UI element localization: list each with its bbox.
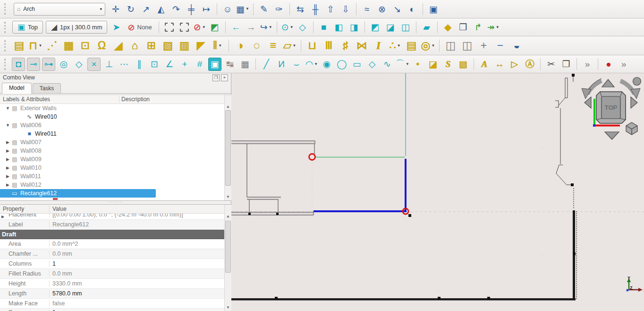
snap-midpoint-icon[interactable]: ⊶ (42, 58, 55, 71)
tree-item-wall011[interactable]: ▶▤Wall011 (0, 172, 231, 181)
view-left-icon[interactable]: ◫ (399, 21, 412, 34)
arch-pipe-connectors-icon[interactable]: ‖▼ (210, 38, 225, 53)
draft-point-icon[interactable]: • (411, 58, 424, 71)
wire-to-bspline-icon[interactable]: ≈ (360, 2, 373, 16)
property-row-make-face[interactable]: Make Facefalse (0, 299, 231, 309)
autogroup-button[interactable]: ⊘None (127, 22, 152, 33)
tree-item-wall007[interactable]: ▶▤Wall007 (0, 138, 231, 147)
draft-edit-icon[interactable]: ☺ (221, 2, 234, 16)
tree-item-exterior-walls[interactable]: ▼▤Exterior Walls (0, 104, 231, 112)
draft-polygon-icon[interactable]: ◇ (365, 58, 379, 71)
rotate-icon[interactable]: ↻ (124, 2, 137, 16)
edit-mode-icon[interactable]: ◩ (208, 21, 221, 34)
cut-with-line-icon[interactable]: ◫ (460, 38, 475, 53)
property-row-chamfer-[interactable]: Chamfer ...0.0 mm (0, 249, 231, 259)
expander-open-icon[interactable]: ▼ (5, 106, 11, 111)
tree-item-wall009[interactable]: ▶▤Wall009 (0, 155, 231, 164)
zoom-icon[interactable]: ⊙▼ (281, 21, 294, 34)
expander-open-icon[interactable]: ▼ (5, 123, 11, 128)
property-row-placement[interactable]: ▶Placement[(0.00 0.00 1.00); 0.0 °; (-24… (0, 214, 231, 220)
view-bottom-icon[interactable]: ◪ (384, 21, 397, 34)
property-value[interactable]: 5780.0 mm (50, 290, 82, 297)
draft-hatch-icon[interactable]: ▨ (457, 58, 470, 71)
toolbar-grip[interactable] (4, 3, 8, 15)
draft-bezier-icon[interactable]: ⌒▼ (396, 58, 409, 71)
arch-building-part-icon[interactable]: ⊡ (78, 38, 93, 53)
property-value[interactable]: false (50, 300, 65, 307)
new-page-icon[interactable]: ❒ (457, 21, 470, 34)
snap-parallel-icon[interactable]: ∥ (133, 58, 146, 71)
arch-equipment-icon[interactable]: ⊔ (305, 38, 320, 53)
select-region-icon[interactable] (163, 21, 176, 34)
workbench-selector[interactable]: ⌂Arch▾ (14, 3, 105, 16)
arch-panel-icon[interactable]: ▱▼ (282, 38, 297, 53)
toolbar-grip[interactable] (4, 40, 8, 52)
snap-endpoint-icon[interactable]: ⊸ (27, 58, 40, 71)
navigation-cube[interactable]: TOP (582, 78, 641, 140)
draft-dimension-icon[interactable]: ↔ (493, 58, 506, 71)
line-style-button[interactable]: ◢1px | 300.0 mm (46, 21, 107, 34)
property-row-rows[interactable]: Rows1 (0, 309, 231, 311)
select-box-icon[interactable] (178, 21, 191, 34)
measure-icon[interactable]: ▰ (420, 21, 433, 34)
nav-back-icon[interactable]: ← (229, 21, 243, 34)
property-row-area[interactable]: Area0.0 mm^2 (0, 239, 231, 249)
export-icon[interactable]: ↱ (472, 21, 485, 34)
property-row-length[interactable]: Length5780.0 mm (0, 289, 231, 299)
snap-intersection-icon[interactable]: × (87, 58, 101, 71)
stretch-icon[interactable]: ↦ (200, 2, 213, 16)
expander-closed-icon[interactable]: ▶ (5, 157, 11, 162)
draft-label-icon[interactable]: ▷ (508, 58, 521, 71)
prop-scroll-down-icon[interactable]: ▼ (225, 304, 231, 311)
snap-special-icon[interactable]: ⊡ (148, 58, 161, 71)
join-icon[interactable]: ⇆ (294, 2, 307, 16)
tree-scrollbar[interactable]: ▲ ▼ (224, 95, 231, 200)
arch-remove-icon[interactable]: − (493, 38, 508, 53)
shape-2d-view-icon[interactable]: ⊗ (375, 2, 389, 16)
arch-rebar-icon[interactable]: ⋰ (45, 38, 59, 53)
arch-curtain-wall-icon[interactable]: ▦ (61, 38, 76, 53)
floor-plan-walls[interactable] (231, 74, 576, 301)
arch-axis-icon[interactable]: ◑ (233, 38, 247, 53)
property-row-columns[interactable]: Columns1 (0, 259, 231, 269)
draft-arc-icon[interactable]: ◠▼ (305, 58, 318, 71)
tree-scroll-up-icon[interactable]: ▲ (225, 104, 231, 110)
draft-fillet-icon[interactable]: ⌣ (290, 58, 303, 71)
arch-survey-icon[interactable]: ◒ (509, 38, 524, 53)
tab-model[interactable]: Model (2, 83, 32, 94)
rectangle612-edit-geometry[interactable] (309, 73, 409, 214)
arch-column-icon[interactable]: Ⅲ (322, 38, 336, 53)
view-rear-icon[interactable]: ◩ (369, 21, 382, 34)
toolbar-grip[interactable] (4, 59, 8, 70)
array-icon[interactable]: ▦▼ (236, 2, 249, 16)
property-row-height[interactable]: Height3330.0 mm (0, 279, 231, 289)
arch-add-icon[interactable]: + (476, 38, 491, 53)
arch-truss-icon[interactable]: ⋈ (355, 38, 369, 53)
toggle-grid-icon[interactable]: ▦ (238, 58, 252, 71)
construction-mode-icon[interactable]: ➤ (110, 21, 123, 34)
arch-shape-from-mesh-icon[interactable]: ▧ (161, 38, 175, 53)
mirror-icon[interactable]: ◭ (154, 2, 168, 16)
panel-float-button[interactable]: ❐ (212, 74, 220, 81)
export-options-icon[interactable]: ↠▼ (487, 21, 500, 34)
arch-roof-icon[interactable]: ◢ (111, 38, 126, 53)
prop-scroll-up-icon[interactable]: ▲ (225, 213, 231, 219)
snap-dimensions-icon[interactable]: ↹ (223, 58, 237, 71)
scale-icon[interactable]: ↗ (139, 2, 153, 16)
upgrade-icon[interactable]: ⇧ (324, 2, 337, 16)
draft-polyline-icon[interactable]: И (275, 58, 288, 71)
arch-stairs-icon[interactable]: ≡ (266, 38, 280, 53)
draft-ellipse-icon[interactable]: ◯ (335, 58, 348, 71)
tree-scroll-thumb[interactable] (225, 110, 231, 186)
arch-wall-icon[interactable]: ▤ (12, 38, 26, 53)
view-top-icon[interactable]: ◧ (332, 21, 346, 34)
tree-item-wall006[interactable]: ▼▤Wall006 (0, 121, 231, 130)
flip-direction-icon[interactable]: ◐ (406, 2, 419, 16)
snap-center-icon[interactable]: ◎ (57, 58, 70, 71)
property-value[interactable]: [(0.00 0.00 1.00); 0.0 °; (-24.2 m -40.0… (50, 214, 183, 218)
tree-item-wire010[interactable]: ∿Wire010 (0, 112, 231, 121)
prop-scroll-thumb[interactable] (225, 221, 231, 273)
set-slope-icon[interactable]: ↘ (390, 2, 404, 16)
split-icon[interactable]: ╫ (309, 2, 322, 16)
arch-reference-icon[interactable]: ◤ (194, 38, 208, 53)
